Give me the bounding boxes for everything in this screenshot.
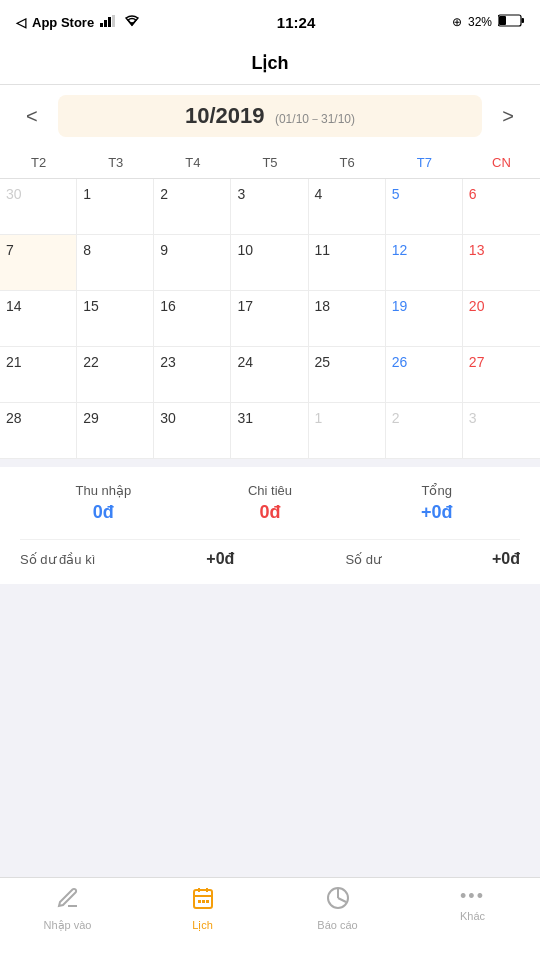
tab-bar: Nhập vào Lịch Báo cáo ••• Kh — [0, 877, 540, 960]
opening-balance-label: Số dư đầu kì — [20, 552, 95, 567]
tab-khac-label: Khác — [460, 910, 485, 922]
calendar-icon — [191, 886, 215, 916]
nav-bar: Lịch — [0, 44, 540, 85]
prev-month-button[interactable]: < — [16, 101, 48, 132]
table-row[interactable]: 12 — [386, 235, 463, 291]
svg-rect-2 — [108, 17, 111, 27]
status-time: 11:24 — [277, 14, 315, 31]
table-row[interactable]: 26 — [386, 347, 463, 403]
table-row[interactable]: 8 — [77, 235, 154, 291]
calendar: T2 T3 T4 T5 T6 T7 CN 30 1 2 3 4 5 6 7 8 … — [0, 147, 540, 459]
table-row[interactable]: 7 — [0, 235, 77, 291]
closing-balance-label: Số dư — [345, 552, 381, 567]
svg-rect-3 — [112, 15, 115, 27]
more-icon: ••• — [460, 886, 485, 907]
table-row[interactable]: 20 — [463, 291, 540, 347]
closing-balance-group: Số dư — [345, 550, 381, 568]
month-year-label: 10/2019 — [185, 103, 265, 128]
day-header-fri: T6 — [309, 147, 386, 178]
table-row[interactable]: 25 — [309, 347, 386, 403]
opening-balance-group: Số dư đầu kì — [20, 550, 95, 568]
table-row[interactable]: 23 — [154, 347, 231, 403]
calendar-grid: 30 1 2 3 4 5 6 7 8 9 10 11 12 13 14 15 1… — [0, 179, 540, 459]
total-summary: Tổng +0đ — [353, 483, 520, 523]
table-row[interactable]: 2 — [154, 179, 231, 235]
day-headers: T2 T3 T4 T5 T6 T7 CN — [0, 147, 540, 179]
carrier-label: App Store — [32, 15, 94, 30]
table-row[interactable]: 1 — [309, 403, 386, 459]
icloud-icon: ⊕ — [452, 15, 462, 29]
table-row[interactable]: 24 — [231, 347, 308, 403]
svg-rect-0 — [100, 23, 103, 27]
table-row[interactable]: 30 — [154, 403, 231, 459]
svg-rect-5 — [522, 18, 525, 23]
table-row[interactable]: 5 — [386, 179, 463, 235]
report-icon — [326, 886, 350, 916]
income-summary: Thu nhập 0đ — [20, 483, 187, 523]
month-header: < 10/2019 (01/10－31/10) > — [0, 85, 540, 147]
table-row[interactable]: 17 — [231, 291, 308, 347]
opening-balance-value: +0đ — [206, 550, 234, 567]
table-row[interactable]: 3 — [231, 179, 308, 235]
next-month-button[interactable]: > — [492, 101, 524, 132]
day-header-sat: T7 — [386, 147, 463, 178]
table-row[interactable]: 29 — [77, 403, 154, 459]
month-display: 10/2019 (01/10－31/10) — [58, 95, 483, 137]
tab-nhap-vao-label: Nhập vào — [44, 919, 92, 932]
table-row[interactable]: 22 — [77, 347, 154, 403]
income-value: 0đ — [20, 502, 187, 523]
table-row[interactable]: 1 — [77, 179, 154, 235]
table-row[interactable]: 14 — [0, 291, 77, 347]
summary-section: Thu nhập 0đ Chi tiêu 0đ Tổng +0đ Số dư đ… — [0, 467, 540, 584]
total-value: +0đ — [353, 502, 520, 523]
table-row[interactable]: 6 — [463, 179, 540, 235]
table-row[interactable]: 21 — [0, 347, 77, 403]
table-row[interactable]: 11 — [309, 235, 386, 291]
svg-rect-1 — [104, 20, 107, 27]
expense-summary: Chi tiêu 0đ — [187, 483, 354, 523]
summary-top-row: Thu nhập 0đ Chi tiêu 0đ Tổng +0đ — [20, 483, 520, 523]
page-title: Lịch — [0, 52, 540, 74]
wifi-icon — [124, 15, 140, 30]
day-header-mon: T2 — [0, 147, 77, 178]
svg-rect-13 — [206, 900, 209, 903]
day-header-wed: T4 — [154, 147, 231, 178]
tab-bao-cao-label: Báo cáo — [317, 919, 357, 931]
tab-lich-label: Lịch — [192, 919, 213, 932]
opening-balance-value-group: +0đ — [206, 550, 234, 568]
total-label: Tổng — [353, 483, 520, 498]
table-row[interactable]: 3 — [463, 403, 540, 459]
table-row[interactable]: 2 — [386, 403, 463, 459]
svg-rect-12 — [202, 900, 205, 903]
table-row[interactable]: 30 — [0, 179, 77, 235]
table-row[interactable]: 27 — [463, 347, 540, 403]
tab-khac[interactable]: ••• Khác — [405, 886, 540, 922]
battery-icon — [498, 14, 524, 30]
svg-rect-7 — [194, 890, 212, 908]
status-left: ◁ App Store — [16, 15, 140, 30]
table-row[interactable]: 13 — [463, 235, 540, 291]
tab-nhap-vao[interactable]: Nhập vào — [0, 886, 135, 932]
table-row[interactable]: 15 — [77, 291, 154, 347]
table-row[interactable]: 31 — [231, 403, 308, 459]
table-row[interactable]: 4 — [309, 179, 386, 235]
table-row[interactable]: 9 — [154, 235, 231, 291]
table-row[interactable]: 18 — [309, 291, 386, 347]
svg-rect-11 — [198, 900, 201, 903]
tab-bao-cao[interactable]: Báo cáo — [270, 886, 405, 931]
summary-bottom-row: Số dư đầu kì +0đ Số dư +0đ — [20, 539, 520, 568]
svg-rect-6 — [499, 16, 506, 25]
income-label: Thu nhập — [20, 483, 187, 498]
tab-lich[interactable]: Lịch — [135, 886, 270, 932]
expense-label: Chi tiêu — [187, 483, 354, 498]
table-row[interactable]: 16 — [154, 291, 231, 347]
edit-icon — [56, 886, 80, 916]
table-row[interactable]: 19 — [386, 291, 463, 347]
status-right: ⊕ 32% — [452, 14, 524, 30]
signal-icon — [100, 15, 118, 30]
closing-balance-value: +0đ — [492, 550, 520, 567]
table-row[interactable]: 28 — [0, 403, 77, 459]
back-arrow-icon: ◁ — [16, 15, 26, 30]
table-row[interactable]: 10 — [231, 235, 308, 291]
day-header-thu: T5 — [231, 147, 308, 178]
